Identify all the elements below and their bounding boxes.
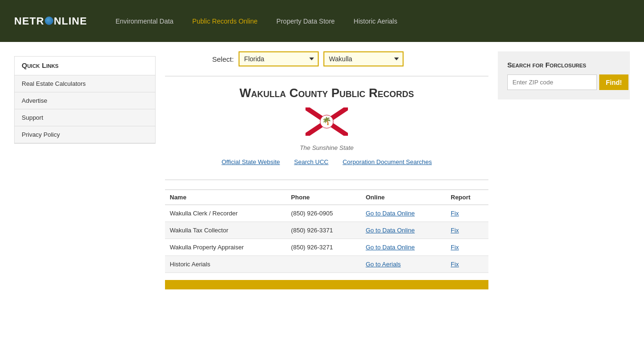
cell-report: Fix bbox=[446, 256, 488, 273]
online-link[interactable]: Go to Data Online bbox=[366, 210, 415, 217]
foreclosure-input-row: Find! bbox=[507, 74, 620, 90]
cell-name: Wakulla Property Appraiser bbox=[165, 239, 286, 256]
logo[interactable]: NETRNLINE bbox=[14, 15, 87, 27]
cell-online: Go to Data Online bbox=[361, 222, 446, 239]
sidebar-item-privacy-policy[interactable]: Privacy Policy bbox=[15, 126, 155, 143]
nav-property-data-store[interactable]: Property Data Store bbox=[276, 17, 335, 25]
flag-caption: The Sunshine State bbox=[165, 144, 488, 151]
records-table: Name Phone Online Report Wakulla Clerk /… bbox=[165, 189, 488, 273]
cell-online: Go to Data Online bbox=[361, 239, 446, 256]
table-head: Name Phone Online Report bbox=[165, 190, 488, 205]
col-phone: Phone bbox=[286, 190, 361, 205]
cell-phone bbox=[286, 256, 361, 273]
county-title: Wakulla County Public Records bbox=[165, 86, 488, 100]
cell-phone: (850) 926-3371 bbox=[286, 222, 361, 239]
nav-environmental-data[interactable]: Environmental Data bbox=[116, 17, 173, 25]
cell-online: Go to Data Online bbox=[361, 205, 446, 222]
nav-historic-aerials[interactable]: Historic Aerials bbox=[354, 17, 397, 25]
cell-report: Fix bbox=[446, 239, 488, 256]
cell-report: Fix bbox=[446, 205, 488, 222]
find-button[interactable]: Find! bbox=[599, 74, 628, 90]
col-online: Online bbox=[361, 190, 446, 205]
main-container: Quick Links Real Estate Calculators Adve… bbox=[0, 42, 644, 299]
content-area: Select: Florida Wakulla Wakulla County P… bbox=[165, 51, 488, 289]
header: NETRNLINE Environmental Data Public Reco… bbox=[0, 0, 644, 42]
nav-public-records-online[interactable]: Public Records Online bbox=[192, 17, 258, 25]
sidebar-item-support[interactable]: Support bbox=[15, 109, 155, 126]
svg-text:🌴: 🌴 bbox=[322, 116, 331, 125]
select-label: Select: bbox=[212, 55, 234, 63]
search-ucc-link[interactable]: Search UCC bbox=[294, 158, 329, 165]
sidebar-item-advertise[interactable]: Advertise bbox=[15, 92, 155, 109]
quick-links-box: Quick Links Real Estate Calculators Adve… bbox=[14, 56, 156, 144]
table-row: Historic AerialsGo to AerialsFix bbox=[165, 256, 488, 273]
yellow-banner bbox=[165, 280, 488, 289]
cell-phone: (850) 926-0905 bbox=[286, 205, 361, 222]
table-row: Wakulla Property Appraiser(850) 926-3271… bbox=[165, 239, 488, 256]
report-link[interactable]: Fix bbox=[451, 210, 459, 217]
report-link[interactable]: Fix bbox=[451, 227, 459, 234]
report-link[interactable]: Fix bbox=[451, 261, 459, 268]
official-state-website-link[interactable]: Official State Website bbox=[222, 158, 280, 165]
quick-links-title: Quick Links bbox=[15, 57, 155, 75]
cell-online: Go to Aerials bbox=[361, 256, 446, 273]
foreclosure-title: Search for Forclosures bbox=[507, 61, 620, 69]
col-name: Name bbox=[165, 190, 286, 205]
cell-phone: (850) 926-3271 bbox=[286, 239, 361, 256]
table-header-row: Name Phone Online Report bbox=[165, 190, 488, 205]
main-nav: Environmental Data Public Records Online… bbox=[116, 17, 397, 25]
cell-name: Wakulla Tax Collector bbox=[165, 222, 286, 239]
report-link[interactable]: Fix bbox=[451, 244, 459, 251]
right-sidebar: Search for Forclosures Find! bbox=[498, 51, 630, 289]
foreclosure-box: Search for Forclosures Find! bbox=[498, 51, 630, 99]
sidebar-item-real-estate-calculators[interactable]: Real Estate Calculators bbox=[15, 75, 155, 92]
state-select[interactable]: Florida bbox=[239, 51, 319, 66]
col-report: Report bbox=[446, 190, 488, 205]
county-section: Wakulla County Public Records 🌴 The Suns… bbox=[165, 76, 488, 180]
online-link[interactable]: Go to Data Online bbox=[366, 227, 415, 234]
corporation-document-searches-link[interactable]: Corporation Document Searches bbox=[343, 158, 432, 165]
cell-name: Historic Aerials bbox=[165, 256, 286, 273]
county-select[interactable]: Wakulla bbox=[323, 51, 404, 66]
table-body: Wakulla Clerk / Recorder(850) 926-0905Go… bbox=[165, 205, 488, 273]
online-link[interactable]: Go to Aerials bbox=[366, 261, 401, 268]
table-row: Wakulla Tax Collector(850) 926-3371Go to… bbox=[165, 222, 488, 239]
county-links-row: Official State Website Search UCC Corpor… bbox=[165, 158, 488, 165]
cell-name: Wakulla Clerk / Recorder bbox=[165, 205, 286, 222]
florida-flag-icon: 🌴 bbox=[305, 107, 348, 136]
sidebar: Quick Links Real Estate Calculators Adve… bbox=[14, 51, 156, 289]
zip-input[interactable] bbox=[507, 74, 597, 90]
cell-report: Fix bbox=[446, 222, 488, 239]
select-row: Select: Florida Wakulla bbox=[165, 51, 488, 66]
table-row: Wakulla Clerk / Recorder(850) 926-0905Go… bbox=[165, 205, 488, 222]
florida-flag-container: 🌴 bbox=[305, 107, 348, 140]
online-link[interactable]: Go to Data Online bbox=[366, 244, 415, 251]
globe-icon bbox=[45, 16, 53, 25]
